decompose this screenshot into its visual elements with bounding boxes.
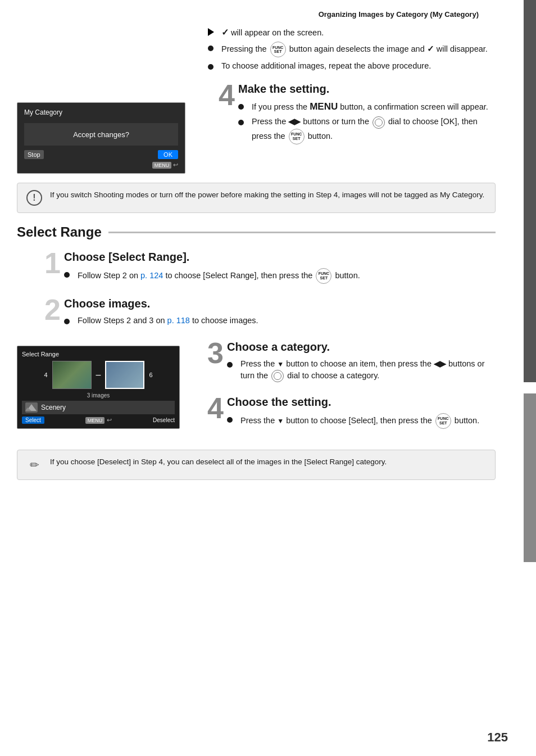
camera-buttons: Stop OK bbox=[24, 150, 178, 159]
heading-bar-line bbox=[108, 232, 496, 233]
step4-bullet-2-text: Press the ◀▶ buttons or turn the dial to… bbox=[252, 116, 496, 144]
sr-step4-bullet-text: Press the ▼ button to choose [Select], t… bbox=[240, 413, 479, 429]
sr-thumb-left bbox=[52, 361, 92, 389]
sr-num-left: 4 bbox=[44, 372, 47, 378]
sr-step3-content: Choose a category. Press the ▼ button to… bbox=[227, 340, 496, 385]
sr-step3-title: Choose a category. bbox=[227, 340, 496, 354]
func-set-btn-3 bbox=[316, 268, 331, 284]
menu-tag: MENU bbox=[152, 162, 172, 169]
sr-left-col: Select Range 4 – 6 3 images bbox=[17, 340, 197, 442]
sr-select-btn: Select bbox=[22, 417, 44, 424]
camera-accept-text: Accept changes? bbox=[73, 130, 129, 139]
bullet-item-2: Pressing the button again deselects the … bbox=[208, 42, 496, 57]
sr-step4-bullet: Press the ▼ button to choose [Select], t… bbox=[227, 413, 496, 429]
sr-steps-1-2: 1 Choose [Select Range]. Follow Step 2 o… bbox=[34, 250, 496, 330]
sr-camera-screen: Select Range 4 – 6 3 images bbox=[17, 346, 180, 429]
notice-warning-text: If you switch Shooting modes or turn off… bbox=[50, 190, 484, 201]
func-set-btn-4 bbox=[435, 413, 451, 429]
camera-stop-btn: Stop bbox=[24, 150, 44, 159]
sidebar-bar-upper bbox=[524, 0, 536, 382]
dot-icon-6 bbox=[64, 316, 74, 327]
bullet-text-3: To choose additional images, repeat the … bbox=[221, 60, 431, 71]
back-arrow: ↩ bbox=[173, 161, 178, 168]
sr-deselect-btn: Deselect bbox=[153, 417, 175, 423]
dot-icon-2 bbox=[208, 61, 218, 73]
dial-icon-2 bbox=[271, 370, 284, 382]
func-set-btn-2 bbox=[289, 129, 305, 144]
dot-icon-5 bbox=[64, 269, 74, 280]
sr-step2-bullet: Follow Steps 2 and 3 on p. 118 to choose… bbox=[64, 315, 496, 327]
note-text: If you choose [Deselect] in Step 4, you … bbox=[50, 457, 387, 468]
sr-step2-row: 2 Choose images. Follow Steps 2 and 3 on… bbox=[34, 297, 496, 330]
dot-icon-8 bbox=[227, 414, 237, 425]
page-header: Organizing Images by Category (My Catego… bbox=[17, 10, 496, 19]
sr-step1-row: 1 Choose [Select Range]. Follow Step 2 o… bbox=[34, 250, 496, 287]
link-p124[interactable]: p. 124 bbox=[140, 271, 163, 280]
step4-bullet-1: If you press the MENU button, a confirma… bbox=[238, 100, 496, 114]
sr-step2-title: Choose images. bbox=[64, 297, 496, 310]
bullet-item-1: ✓ will appear on the screen. bbox=[208, 26, 496, 39]
note-box: ✏ If you choose [Deselect] in Step 4, yo… bbox=[17, 450, 496, 480]
sr-step1-bullet: Follow Step 2 on p. 124 to choose [Selec… bbox=[64, 268, 496, 284]
sr-step2-content: Choose images. Follow Steps 2 and 3 on p… bbox=[64, 297, 496, 330]
play-arrow-icon bbox=[208, 28, 218, 39]
camera-screen-make: My Category Accept changes? Stop OK MENU… bbox=[17, 102, 185, 174]
sr-bottom-row: Select MENU ↩ Deselect bbox=[22, 417, 175, 424]
sr-dash: – bbox=[96, 370, 101, 380]
sr-step3-bullet: Press the ▼ button to choose an item, th… bbox=[227, 358, 496, 382]
step4-content: Make the setting. If you press the MENU … bbox=[238, 82, 496, 147]
step4-row: 4 Make the setting. If you press the MEN… bbox=[208, 82, 496, 147]
select-range-heading: Select Range bbox=[17, 224, 102, 240]
pencil-icon: ✏ bbox=[26, 457, 44, 473]
sr-step3-num: 3 bbox=[197, 340, 224, 366]
step4-bullet-2: Press the ◀▶ buttons or turn the dial to… bbox=[238, 116, 496, 144]
sr-images-row: 4 – 6 bbox=[22, 361, 175, 389]
sr-count: 3 images bbox=[22, 392, 175, 399]
sr-step2-num: 2 bbox=[34, 297, 61, 323]
sr-step3-row: 3 Choose a category. Press the ▼ button … bbox=[197, 340, 496, 385]
sr-menu-tag: MENU bbox=[85, 417, 105, 424]
sr-step4-title: Choose the setting. bbox=[227, 395, 496, 409]
bullet-item-3: To choose additional images, repeat the … bbox=[208, 60, 496, 73]
sr-menu-area: MENU ↩ bbox=[85, 417, 112, 424]
sr-num-right: 6 bbox=[149, 372, 152, 378]
sr-step1-title: Choose [Select Range]. bbox=[64, 250, 496, 264]
sr-category-row: Scenery bbox=[22, 401, 175, 414]
dot-icon-3 bbox=[238, 101, 248, 112]
bullet-text-2: Pressing the button again deselects the … bbox=[221, 42, 488, 57]
pencil-glyph: ✏ bbox=[26, 457, 42, 473]
warning-circle: ! bbox=[26, 190, 42, 206]
link-p118[interactable]: p. 118 bbox=[167, 316, 190, 325]
sr-step3-bullet-text: Press the ▼ button to choose an item, th… bbox=[240, 358, 496, 382]
dot-icon-4 bbox=[238, 117, 248, 128]
sr-right-col: 3 Choose a category. Press the ▼ button … bbox=[197, 340, 496, 442]
sr-step1-num: 1 bbox=[34, 250, 61, 277]
dial-icon-1 bbox=[373, 116, 385, 129]
sr-step4-row: 4 Choose the setting. Press the ▼ button… bbox=[197, 395, 496, 432]
notice-warning-box: ! If you switch Shooting modes or turn o… bbox=[17, 183, 496, 213]
dot-icon-7 bbox=[227, 359, 237, 370]
sidebar-bar-lower bbox=[524, 393, 536, 562]
step4-title: Make the setting. bbox=[238, 82, 496, 96]
warning-icon: ! bbox=[26, 190, 44, 206]
step4-number: 4 bbox=[208, 82, 235, 108]
camera-screen-title: My Category bbox=[24, 108, 178, 116]
camera-ok-btn: OK bbox=[158, 150, 178, 159]
sr-cat-icon bbox=[25, 402, 38, 413]
page-number: 125 bbox=[487, 730, 508, 745]
step4-bullet-1-text: If you press the MENU button, a confirma… bbox=[252, 100, 488, 114]
sr-thumb-right bbox=[105, 361, 144, 389]
bullet-text-1: ✓ will appear on the screen. bbox=[221, 26, 324, 39]
func-set-btn-1 bbox=[270, 42, 286, 57]
sr-step2-bullet-text: Follow Steps 2 and 3 on p. 118 to choose… bbox=[78, 315, 258, 326]
sr-screen-title: Select Range bbox=[22, 351, 175, 357]
sr-step4-content: Choose the setting. Press the ▼ button t… bbox=[227, 395, 496, 432]
upper-left-col: My Category Accept changes? Stop OK MENU… bbox=[17, 26, 208, 174]
camera-menu-indicator: MENU ↩ bbox=[24, 161, 178, 169]
sr-step1-bullet-text: Follow Step 2 on p. 124 to choose [Selec… bbox=[78, 268, 360, 284]
header-text: Organizing Images by Category (My Catego… bbox=[319, 10, 479, 19]
select-range-heading-bar: Select Range bbox=[17, 224, 496, 240]
camera-screen-body: Accept changes? bbox=[24, 123, 178, 146]
dot-icon-1 bbox=[208, 43, 218, 54]
top-bullets: ✓ will appear on the screen. Pressing th… bbox=[208, 26, 496, 73]
